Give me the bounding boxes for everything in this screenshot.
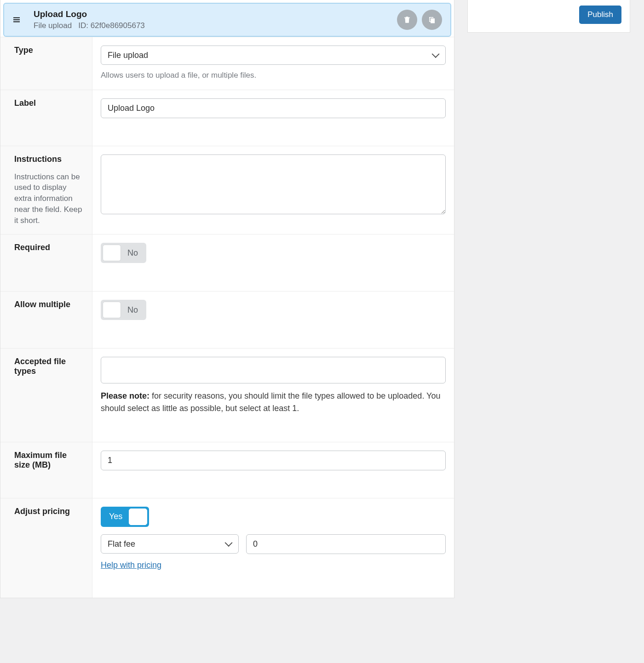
field-header[interactable]: Upload Logo File uploadID: 62f0e86905673 [3, 3, 451, 37]
svg-rect-2 [13, 22, 20, 23]
field-id-value: 62f0e86905673 [91, 21, 145, 30]
max-size-input[interactable] [101, 451, 446, 470]
fee-amount-input[interactable] [246, 534, 446, 554]
toggle-knob [103, 302, 121, 318]
allow-multiple-label: Allow multiple [0, 291, 92, 348]
allow-multiple-toggle[interactable]: No [101, 300, 146, 320]
field-subtitle: File uploadID: 62f0e86905673 [34, 21, 397, 30]
field-header-info: Upload Logo File uploadID: 62f0e86905673 [34, 9, 397, 30]
field-title: Upload Logo [34, 9, 397, 19]
accepted-types-label: Accepted file types [0, 349, 92, 441]
type-label: Type [0, 37, 92, 90]
adjust-pricing-toggle-label: Yes [103, 512, 129, 521]
instructions-help: Instructions can be used to display extr… [14, 171, 85, 226]
duplicate-button[interactable] [422, 10, 442, 30]
drag-handle-icon[interactable] [13, 17, 20, 23]
instructions-textarea[interactable] [101, 154, 446, 214]
adjust-pricing-label: Adjust pricing [0, 498, 92, 598]
label-label: Label [0, 90, 92, 146]
svg-rect-1 [13, 19, 20, 20]
accepted-types-note: Please note: for security reasons, you s… [101, 390, 446, 414]
help-with-pricing-link[interactable]: Help with pricing [101, 560, 161, 570]
toggle-knob [129, 509, 147, 525]
required-toggle-label: No [121, 248, 144, 258]
adjust-pricing-toggle[interactable]: Yes [101, 507, 149, 527]
type-select[interactable]: File upload [101, 46, 446, 65]
field-type: File upload [34, 21, 72, 30]
toggle-knob [103, 245, 121, 261]
trash-icon [403, 16, 411, 24]
label-input[interactable] [101, 98, 446, 118]
publish-button[interactable]: Publish [579, 6, 621, 24]
publish-box: Publish [467, 0, 630, 33]
accepted-types-input[interactable] [101, 357, 446, 383]
field-id-label: ID: [78, 21, 88, 30]
instructions-label: Instructions Instructions can be used to… [0, 146, 92, 234]
delete-button[interactable] [397, 10, 417, 30]
fee-type-select[interactable]: Flat fee [101, 534, 239, 554]
allow-multiple-toggle-label: No [121, 305, 144, 315]
svg-rect-0 [13, 17, 20, 18]
required-label: Required [0, 234, 92, 291]
copy-icon [428, 16, 436, 24]
required-toggle[interactable]: No [101, 243, 146, 263]
max-size-label: Maximum file size (MB) [0, 442, 92, 498]
type-hint: Allows users to upload a file, or multip… [101, 69, 446, 81]
